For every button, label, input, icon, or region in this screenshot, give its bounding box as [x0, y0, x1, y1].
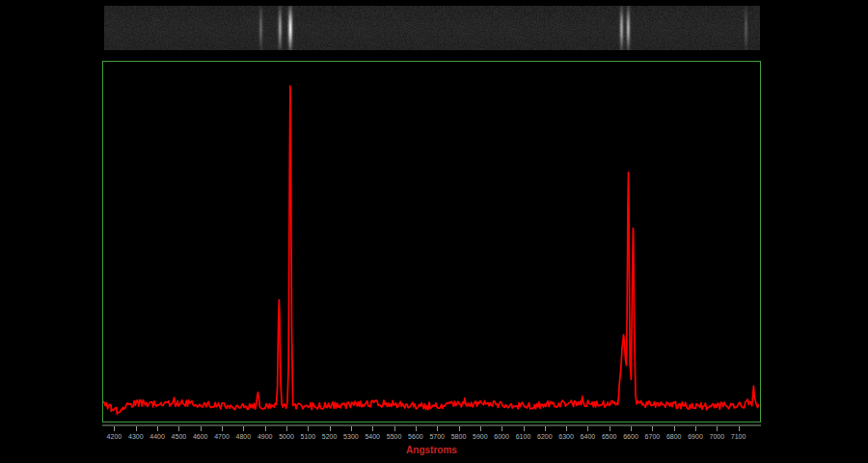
x-tick: [157, 426, 158, 431]
x-tick: [524, 426, 525, 431]
x-tick: [695, 426, 696, 431]
spectrum-plot-area[interactable]: [103, 62, 759, 421]
x-tick: [652, 426, 653, 431]
x-tick: [265, 426, 266, 431]
spectrum-trace: [103, 86, 759, 414]
x-tick: [243, 426, 244, 431]
x-tick: [114, 426, 115, 431]
x-tick: [717, 426, 718, 431]
x-tick: [372, 426, 373, 431]
x-tick: [459, 426, 460, 431]
x-tick: [222, 426, 223, 431]
x-axis-title: Angstroms: [102, 445, 761, 455]
x-tick: [201, 426, 202, 431]
x-tick-label: 7100: [726, 432, 751, 441]
x-tick: [136, 426, 137, 431]
x-tick: [351, 426, 352, 431]
x-tick: [437, 426, 438, 431]
x-tick: [502, 426, 502, 431]
x-tick: [631, 426, 632, 431]
x-tick: [610, 426, 610, 431]
x-tick: [330, 426, 331, 431]
x-tick: [545, 426, 546, 431]
spectrum-plot-frame: [102, 61, 761, 422]
x-tick: [394, 426, 395, 431]
x-tick: [587, 426, 588, 431]
spectrum-strip-image[interactable]: [104, 6, 760, 50]
x-tick: [416, 426, 417, 431]
x-tick: [308, 426, 309, 431]
x-tick: [566, 426, 567, 431]
x-tick: [178, 426, 179, 431]
x-tick: [286, 426, 287, 431]
x-tick: [739, 426, 740, 431]
x-tick: [674, 426, 675, 431]
x-tick: [480, 426, 481, 431]
